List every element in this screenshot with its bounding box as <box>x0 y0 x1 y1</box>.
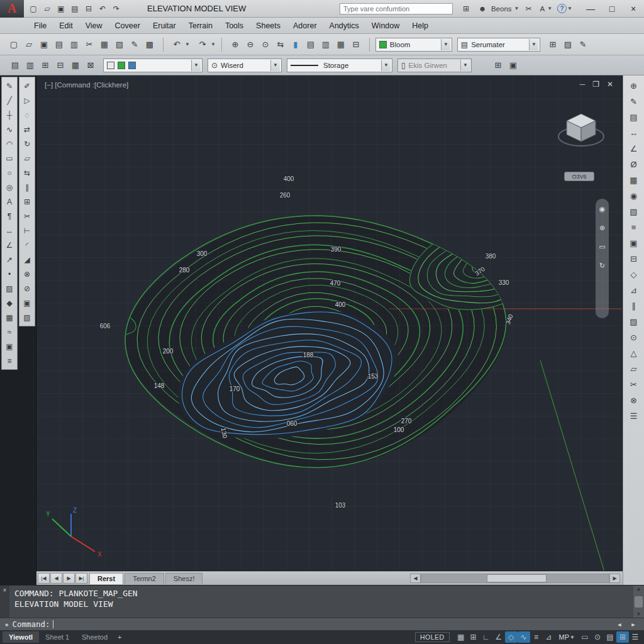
scale-icon[interactable]: ▱ <box>20 151 34 165</box>
next-command-icon[interactable]: ▶ <box>628 620 638 629</box>
sheet-nav-1[interactable]: ◀ <box>50 573 62 584</box>
center-mark-icon[interactable]: ◉ <box>626 188 642 204</box>
menu-help[interactable]: Help <box>406 19 435 33</box>
region-icon[interactable]: ▨ <box>626 314 642 330</box>
close-icon[interactable]: × <box>3 587 7 594</box>
layer-combo[interactable]: ▼ <box>103 58 203 72</box>
osnap-icon[interactable]: ∿ <box>518 631 530 643</box>
diameter-icon[interactable]: Ø <box>626 157 642 172</box>
cut-icon[interactable]: ✂ <box>82 38 96 52</box>
scrollbar-track[interactable] <box>421 574 609 583</box>
sheet-icon[interactable]: ▤ <box>626 109 642 125</box>
print-icon[interactable]: ▤ <box>69 3 81 15</box>
customize-icon[interactable]: ☰ <box>629 631 641 643</box>
save-icon[interactable]: ▣ <box>37 38 51 52</box>
slope-icon[interactable]: ⊿ <box>626 282 642 298</box>
array-icon[interactable]: ⊞ <box>20 194 34 209</box>
user-menu[interactable]: ☻ Beons ▼ <box>475 3 519 15</box>
layer-properties-icon[interactable]: ▤ <box>8 58 22 72</box>
polyline-icon[interactable]: ∿ <box>3 122 16 136</box>
menu-adorer[interactable]: Adorer <box>287 19 323 33</box>
dim-linear-icon[interactable]: ↔ <box>3 223 16 238</box>
erase-icon[interactable]: ⊘ <box>20 281 34 296</box>
text-icon[interactable]: A <box>3 194 16 209</box>
save-icon[interactable]: ▣ <box>55 3 67 15</box>
help-menu[interactable]: ? ▼ <box>557 4 572 13</box>
pan-icon[interactable]: ⊕ <box>597 223 608 233</box>
menu-file[interactable]: File <box>28 19 53 33</box>
arc-icon[interactable]: ◠ <box>3 136 16 151</box>
model-viewport[interactable]: 4002603003903803703302804704006062001881… <box>36 75 623 571</box>
offset-icon[interactable]: ∥ <box>20 180 34 194</box>
image-icon[interactable]: ▣ <box>3 339 16 353</box>
scrollbar-thumb[interactable] <box>635 596 643 608</box>
menu-icon[interactable]: ☰ <box>626 408 642 424</box>
status-tab-sheet1[interactable]: Sheet 1 <box>39 631 75 643</box>
menu-tools[interactable]: Tools <box>219 19 250 33</box>
search-input[interactable] <box>340 3 453 14</box>
font-menu[interactable]: A ▼ <box>538 5 552 13</box>
scroll-right-button[interactable]: ▶ <box>609 574 620 583</box>
copy-icon[interactable]: ▦ <box>97 38 111 52</box>
osnap-icon[interactable]: ◇ <box>626 267 642 282</box>
apps-grid-icon[interactable]: ⊞ <box>460 3 472 15</box>
menu-view[interactable]: View <box>79 19 109 33</box>
plane-icon[interactable]: ▱ <box>626 361 642 377</box>
layers-icon[interactable]: ⊟ <box>349 38 363 52</box>
layer-off-icon[interactable]: ⊠ <box>84 58 97 72</box>
open-folder-icon[interactable]: ▱ <box>22 38 36 52</box>
angle-icon[interactable]: ∠ <box>626 141 642 157</box>
explode-icon[interactable]: ⊗ <box>626 392 642 408</box>
mode-indicator[interactable]: HOLED <box>415 632 450 642</box>
sheet-tab-rerst[interactable]: Rerst <box>89 573 123 584</box>
sheet-tab-shesz[interactable]: Shesz! <box>165 573 203 584</box>
selection-cycle-icon[interactable]: ⊿ <box>543 631 555 643</box>
workspace-icon[interactable]: ⊞ <box>546 38 560 52</box>
triangle-icon[interactable]: △ <box>626 345 642 361</box>
layer-isolate-icon[interactable]: ▦ <box>69 58 82 72</box>
annotate-icon[interactable]: ▨ <box>561 38 575 52</box>
maximize-button[interactable]: □ <box>601 1 623 17</box>
open-folder-icon[interactable]: ▱ <box>41 3 53 15</box>
lineweight-icon[interactable]: ≡ <box>530 631 543 643</box>
serumater-dropdown[interactable]: ▤ Serumater ▼ <box>457 38 540 52</box>
status-tab-yiewotl[interactable]: Yiewotl <box>3 631 39 643</box>
minimize-button[interactable]: — <box>580 1 601 17</box>
redo-icon[interactable]: ↷ <box>110 3 123 15</box>
mtext-icon[interactable]: ¶ <box>3 209 16 223</box>
scroll-left-button[interactable]: ◀ <box>410 574 421 583</box>
mp-dropdown[interactable]: MP ▼ <box>559 633 575 641</box>
table-icon[interactable]: ▦ <box>3 310 16 325</box>
brush-icon[interactable]: ✐ <box>20 79 34 93</box>
command-panel-grip[interactable]: × <box>0 586 9 618</box>
zoom-extents-icon[interactable]: ⊙ <box>258 38 272 52</box>
viewcube-menu-button[interactable]: O3V6 <box>564 172 594 181</box>
hatch-icon[interactable]: ▨ <box>3 281 16 296</box>
lasso-icon[interactable]: ◌ <box>20 108 34 122</box>
plot-icon[interactable]: ⊟ <box>82 3 95 15</box>
isodraft-icon[interactable]: ◇ <box>505 631 518 643</box>
viewport-label[interactable]: [−] [Command :[Clickhere] <box>45 81 128 89</box>
undo-dropdown[interactable]: ↶ ▼ <box>169 38 190 52</box>
view-cube[interactable] <box>554 105 608 159</box>
leader-icon[interactable]: ↗ <box>3 252 16 267</box>
erase-icon[interactable]: ▩ <box>143 38 157 52</box>
workspace-icon[interactable]: ⊙ <box>591 631 604 643</box>
command-history[interactable]: COMMAND: PLANKOTE_MAP_GENELEVATION MODEL… <box>9 586 633 618</box>
tools-icon[interactable]: ✂ <box>522 3 535 15</box>
named-views-icon[interactable]: ▥ <box>319 38 333 52</box>
look-icon[interactable]: ▭ <box>597 242 608 252</box>
sheet-nav-0[interactable]: |◀ <box>38 573 50 584</box>
new-file-icon[interactable]: ▢ <box>7 38 21 52</box>
sheet-nav-2[interactable]: ▶ <box>63 573 75 584</box>
layer-freeze-icon[interactable]: ⊞ <box>38 58 52 72</box>
target-icon[interactable]: ⊙ <box>626 330 642 345</box>
line-icon[interactable]: ╱ <box>3 93 16 108</box>
prev-command-icon[interactable]: ◀ <box>614 620 625 629</box>
hatch-icon[interactable]: ▧ <box>626 204 642 219</box>
explode-icon[interactable]: ⊗ <box>20 267 34 281</box>
rotate-icon[interactable]: ↻ <box>20 136 34 151</box>
menu-window[interactable]: Window <box>365 19 406 33</box>
block-icon[interactable]: ◆ <box>3 296 16 310</box>
lineweight-icon[interactable]: ≡ <box>626 219 642 235</box>
